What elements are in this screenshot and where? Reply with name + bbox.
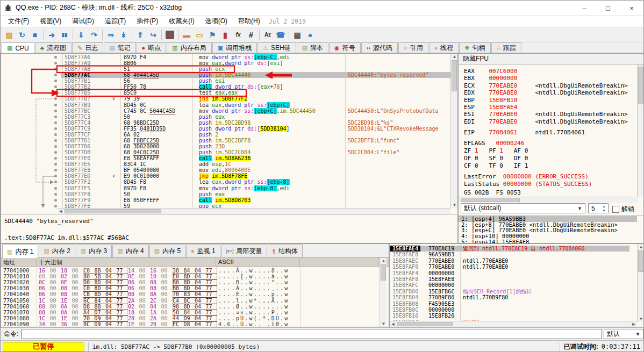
minimize-button[interactable]: – — [573, 1, 596, 16]
stack-row[interactable]: 15E8FAF815E8FAE8 — [390, 276, 629, 282]
function-button[interactable]: fx — [232, 28, 245, 41]
run-to-user-code-button[interactable]: ↡ — [117, 28, 130, 41]
menu-item[interactable]: 收藏夹(I) — [163, 16, 199, 27]
dump-tab-内存-5[interactable]: ▥内存 5 — [149, 245, 185, 257]
dump-tab-结构体[interactable]: §结构体 — [268, 245, 303, 257]
maximize-button[interactable]: □ — [596, 1, 620, 16]
scroll-left-icon[interactable]: ◄ — [58, 209, 64, 214]
step-over-button[interactable]: ↷ — [88, 28, 101, 41]
row-dot[interactable] — [54, 163, 57, 166]
stack-row[interactable]: 15E8FB04770B9F80ntdll.770B9F80 — [390, 294, 629, 300]
disasm-row[interactable]: 5D8F77B585C0test eax,eax — [1, 90, 450, 96]
scroll-up-icon[interactable]: ▲ — [451, 54, 458, 60]
row-dot[interactable] — [54, 97, 57, 100]
scroll-down-icon[interactable]: ▼ — [380, 321, 387, 327]
calling-convention-select[interactable]: 默认 (stdcall)▼ — [461, 203, 585, 213]
row-dot[interactable] — [54, 169, 57, 171]
dump-tab-监视-1[interactable]: ●监视 1 — [186, 245, 220, 257]
assemble-button[interactable]: Az — [261, 28, 274, 41]
menu-item[interactable]: 文件(F) — [3, 16, 34, 27]
checkbox-icon[interactable] — [612, 206, 619, 213]
animate-into-button[interactable]: ⇒ — [104, 28, 117, 41]
dump-tab-局部变量[interactable]: [x=]局部变量 — [221, 245, 267, 257]
dump-tab-内存-3[interactable]: ▥内存 3 — [76, 245, 112, 257]
comment-button[interactable]: ▭ — [193, 28, 206, 41]
row-dot[interactable] — [54, 157, 57, 160]
scroll-down-icon[interactable]: ▼ — [451, 202, 458, 208]
dump-row[interactable]: 77041090340036000CD904771E002000ECD80477… — [1, 321, 378, 327]
disasm-row[interactable]: 5D8F77AC68 4044C45Dpush im.5DC444405DC44… — [1, 72, 450, 78]
stack-row[interactable]: 15E8FAE896A59BB3 — [390, 252, 629, 257]
notify-button[interactable]: ☎ — [274, 28, 287, 41]
flags-row[interactable]: CF 0 TF 0 IF 1 — [464, 162, 539, 169]
disasm-row[interactable]: 5D8F77B156push esi — [1, 78, 450, 84]
disasm-row[interactable]: 5D8F77E8BF 05400080mov edi,80004005 — [1, 167, 450, 173]
tab-跟踪[interactable]: ∴跟踪 — [491, 42, 521, 53]
dump-row[interactable]: 7704104006000800C88D047708000A0070830477… — [1, 291, 378, 297]
disasm-row[interactable]: 5D8F77E0E8 56EAFAFFcall im.5D8A623B — [1, 155, 450, 161]
last-status[interactable]: LastStatus 00000000 (STATUS_SUCCESS) — [464, 181, 592, 188]
tab-引用[interactable]: ○引用 — [398, 42, 428, 53]
registers-hscrollbar[interactable] — [459, 197, 638, 203]
disasm-row[interactable]: 5D8F77AB51push ecx — [1, 66, 450, 72]
disasm-row[interactable]: 5D8F77F5897D F8mov dword ptr ss:[ebp-8],… — [1, 185, 450, 191]
row-dot[interactable] — [54, 110, 57, 112]
dump-row[interactable]: 7704100016001800C08B04771400160038840477… — [1, 268, 378, 274]
row-dot[interactable] — [54, 74, 57, 76]
row-dot[interactable] — [54, 133, 57, 136]
disasm-row[interactable]: 5D8F77B2FF50 78call dword ptr ds:[eax+78… — [1, 84, 450, 90]
tab-句柄[interactable]: ❖句柄 — [459, 42, 491, 53]
pause-button[interactable]: ▮▮ — [58, 28, 71, 41]
register-eax[interactable]: EAX 007C6000 — [464, 68, 517, 75]
attach-button[interactable]: ↪ — [147, 28, 160, 41]
row-dot[interactable] — [54, 175, 57, 177]
menu-item[interactable]: 追踪(T) — [99, 16, 131, 27]
register-esp[interactable]: ESP 15E8FAE4 — [464, 104, 517, 111]
dump-tab-内存-4[interactable]: ▥内存 4 — [112, 245, 148, 257]
execute-till-return-button[interactable]: ⇑ — [134, 28, 147, 41]
stack-vscrollbar[interactable]: ▲ ▼ — [637, 244, 644, 322]
row-dot[interactable] — [54, 181, 57, 183]
scroll-left-icon[interactable]: ◄ — [390, 321, 396, 327]
disasm-row[interactable]: 5D8F77E583C4 1Cadd esp,1C — [1, 161, 450, 167]
stack-row[interactable]: 15E8FB0015E8FB6C指向SEH_Record[1]的指针 — [390, 289, 629, 294]
tab-cpu[interactable]: ▦CPU — [2, 42, 34, 53]
registers-vscrollbar[interactable] — [637, 64, 644, 197]
stack-row[interactable]: 15E8FAF0770EABE0ntdll.770EABE0 — [390, 264, 629, 270]
command-mode-select[interactable]: 默认▼ — [604, 329, 643, 339]
disasm-row[interactable]: 5D8F77D668 3D020000push 23D — [1, 143, 450, 149]
bookmark-button[interactable]: ▮ — [219, 28, 232, 41]
label-button[interactable]: ⚑ — [206, 28, 219, 41]
register-ebx[interactable]: EBX 00000000 — [464, 75, 517, 82]
register-esi[interactable]: ESI 770EABE0 <ntdll.DbgUiRemoteBreakin> — [464, 111, 628, 118]
scroll-up-icon[interactable]: ▲ — [638, 244, 644, 250]
dump-row[interactable]: 7704106008000A00D88B047702000400988D0477… — [1, 304, 378, 310]
tab-符号[interactable]: ◉符号 — [329, 42, 361, 53]
menu-item[interactable]: 视图(V) — [34, 16, 67, 27]
dump-row[interactable]: 7704107008000A00A4D7047718001A0050840477… — [1, 310, 378, 315]
register-eip[interactable]: EIP 770B4061 ntdll.770B4061 — [464, 129, 585, 136]
stack-row[interactable]: 15E8FAFC00000000 — [390, 282, 629, 288]
row-dot[interactable] — [54, 193, 57, 196]
row-dot[interactable] — [54, 68, 57, 70]
row-dot[interactable] — [54, 56, 57, 59]
stack-row[interactable]: 15E8FB0C00000000 — [390, 307, 629, 313]
tab-线程[interactable]: »线程 — [429, 42, 459, 53]
scroll-down-icon[interactable]: ▼ — [638, 316, 644, 322]
disasm-row[interactable]: 5D8F77F28D45 F8lea eax,dword ptr ss:[ebp… — [1, 179, 450, 185]
disasm-row[interactable]: 5D8F77D168 F8BFC25Dpush im.5DC2BFF85DC2B… — [1, 138, 450, 143]
unlock-checkbox[interactable]: 解锁 — [612, 205, 634, 214]
stack-hscrollbar[interactable]: ◄ ► — [390, 321, 637, 327]
hide-fpu-button[interactable]: 隐藏FPU — [459, 54, 644, 64]
disasm-row[interactable]: 5D8F77B98D45 0Clea eax,dword ptr ss:[ebp… — [1, 102, 450, 108]
register-edi[interactable]: EDI 770EABE0 <ntdll.DbgUiRemoteBreakin> — [464, 118, 628, 125]
menu-item[interactable]: 调试(D) — [67, 16, 99, 27]
open-file-button[interactable]: ▨ — [3, 28, 16, 41]
stack-row[interactable]: 15E8FAEC770EABE0ntdll.770EABE0 — [390, 258, 629, 264]
restart-button[interactable]: ↻ — [16, 28, 28, 41]
dump-vscrollbar[interactable]: ▲ ▼ — [380, 258, 387, 327]
tab-流程图[interactable]: ♣流程图 — [35, 42, 71, 53]
row-dot[interactable] — [54, 127, 57, 130]
row-dot[interactable] — [54, 104, 57, 106]
last-error[interactable]: LastError 00000000 (ERROR_SUCCESS) — [464, 173, 589, 180]
